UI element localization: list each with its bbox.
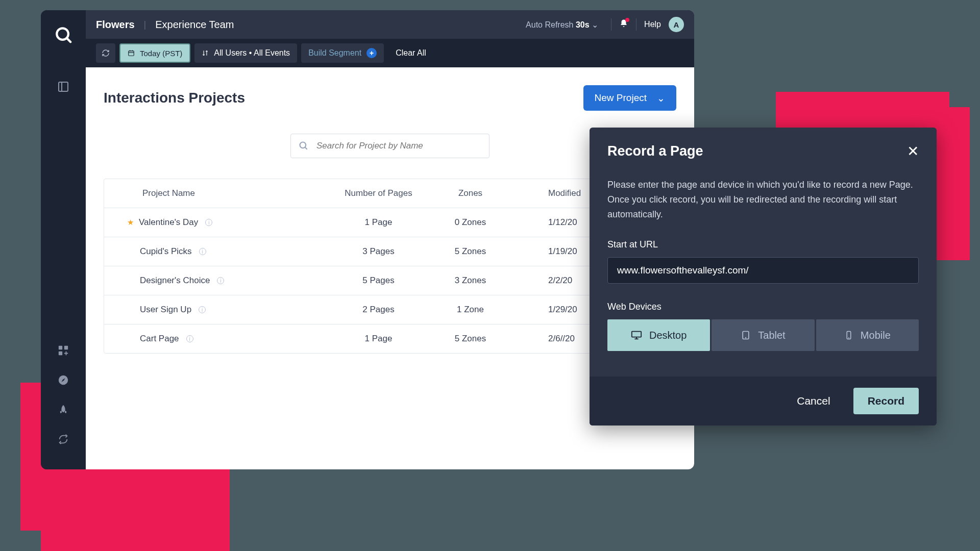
close-icon[interactable]: ✕ <box>907 143 919 160</box>
svg-rect-14 <box>632 332 641 337</box>
device-group: Desktop Tablet Mobile <box>607 319 919 351</box>
sidebar-layout-icon[interactable] <box>51 74 76 99</box>
desktop-icon <box>631 330 642 341</box>
project-name: Cupid's Picks <box>140 246 192 257</box>
svg-rect-4 <box>64 346 68 349</box>
devices-label: Web Devices <box>607 302 919 312</box>
search-box <box>290 134 489 158</box>
url-input[interactable] <box>607 257 919 284</box>
info-icon[interactable]: i <box>199 248 206 255</box>
zones-cell: 3 Zones <box>428 276 512 286</box>
project-name: Valentine's Day <box>139 217 198 228</box>
refresh-button[interactable] <box>96 43 115 63</box>
zones-cell: 1 Zone <box>428 305 512 315</box>
device-mobile-button[interactable]: Mobile <box>816 319 919 351</box>
col-header-name: Project Name <box>104 188 329 198</box>
user-avatar[interactable]: A <box>669 17 684 32</box>
modal-footer: Cancel Record <box>590 377 937 425</box>
modal-description: Please enter the page and device in whic… <box>607 178 919 221</box>
auto-refresh-label[interactable]: Auto Refresh 30s ⌄ <box>526 20 598 30</box>
brand-name: Flowers <box>96 19 135 31</box>
content-header: Interactions Projects New Project ⌄ <box>104 85 676 111</box>
pages-cell: 1 Page <box>329 217 428 228</box>
svg-rect-5 <box>59 352 62 355</box>
project-name: Cart Page <box>140 334 179 344</box>
notifications-bell-icon[interactable] <box>619 19 628 30</box>
svg-point-20 <box>848 338 849 338</box>
sidebar-refresh-icon[interactable] <box>51 427 76 452</box>
record-page-modal: Record a Page ✕ Please enter the page an… <box>590 128 937 425</box>
svg-rect-3 <box>59 346 62 349</box>
modal-title: Record a Page <box>607 143 703 159</box>
project-name: Designer's Choice <box>140 276 210 286</box>
svg-point-12 <box>300 142 306 148</box>
svg-rect-1 <box>59 82 68 91</box>
info-icon[interactable]: i <box>199 306 206 313</box>
team-name: Experience Team <box>155 19 234 31</box>
build-segment-button[interactable]: Build Segment + <box>301 43 384 63</box>
sidebar-compass-icon[interactable] <box>51 368 76 392</box>
topbar: Flowers | Experience Team Auto Refresh 3… <box>86 10 694 39</box>
filterbar: Today (PST) All Users • All Events Build… <box>86 39 694 67</box>
zones-cell: 0 Zones <box>428 217 512 228</box>
notification-badge <box>625 18 629 22</box>
svg-rect-8 <box>129 51 134 56</box>
search-icon <box>299 141 309 151</box>
search-input[interactable] <box>316 141 481 151</box>
help-link[interactable]: Help <box>644 20 661 29</box>
url-label: Start at URL <box>607 239 919 250</box>
modal-header: Record a Page ✕ <box>590 128 937 172</box>
divider: | <box>144 19 146 30</box>
svg-line-13 <box>305 147 307 149</box>
info-icon[interactable]: i <box>186 335 193 342</box>
svg-point-18 <box>746 338 746 338</box>
info-icon[interactable]: i <box>205 219 212 226</box>
page-title: Interactions Projects <box>104 90 245 106</box>
device-desktop-button[interactable]: Desktop <box>607 319 710 351</box>
divider <box>636 18 636 31</box>
calendar-icon <box>128 49 135 57</box>
zones-cell: 5 Zones <box>428 246 512 257</box>
zones-cell: 5 Zones <box>428 334 512 344</box>
divider <box>611 18 611 31</box>
col-header-pages: Number of Pages <box>329 188 428 198</box>
chevron-down-icon: ⌄ <box>592 20 598 29</box>
modal-body: Please enter the page and device in whic… <box>590 172 937 377</box>
pages-cell: 5 Pages <box>329 276 428 286</box>
date-range-button[interactable]: Today (PST) <box>119 43 190 63</box>
pages-cell: 3 Pages <box>329 246 428 257</box>
device-tablet-button[interactable]: Tablet <box>712 319 814 351</box>
plus-circle-icon: + <box>366 48 377 58</box>
sort-icon <box>202 49 209 57</box>
filter-users-events-button[interactable]: All Users • All Events <box>194 43 297 63</box>
sidebar-apps-icon[interactable] <box>51 338 76 363</box>
col-header-zones: Zones <box>428 188 512 198</box>
sidebar-rocket-icon[interactable] <box>51 397 76 422</box>
mobile-icon <box>844 331 853 340</box>
cancel-button[interactable]: Cancel <box>787 388 840 414</box>
star-icon: ★ <box>127 218 134 227</box>
pages-cell: 1 Page <box>329 334 428 344</box>
record-button[interactable]: Record <box>853 388 919 414</box>
brand-logo-icon <box>54 26 72 44</box>
pages-cell: 2 Pages <box>329 305 428 315</box>
project-name: User Sign Up <box>140 305 191 315</box>
tablet-icon <box>741 330 751 340</box>
new-project-button[interactable]: New Project ⌄ <box>583 85 676 111</box>
info-icon[interactable]: i <box>217 277 224 284</box>
clear-all-button[interactable]: Clear All <box>396 48 426 58</box>
sidebar <box>41 10 86 469</box>
chevron-down-icon: ⌄ <box>657 92 665 104</box>
